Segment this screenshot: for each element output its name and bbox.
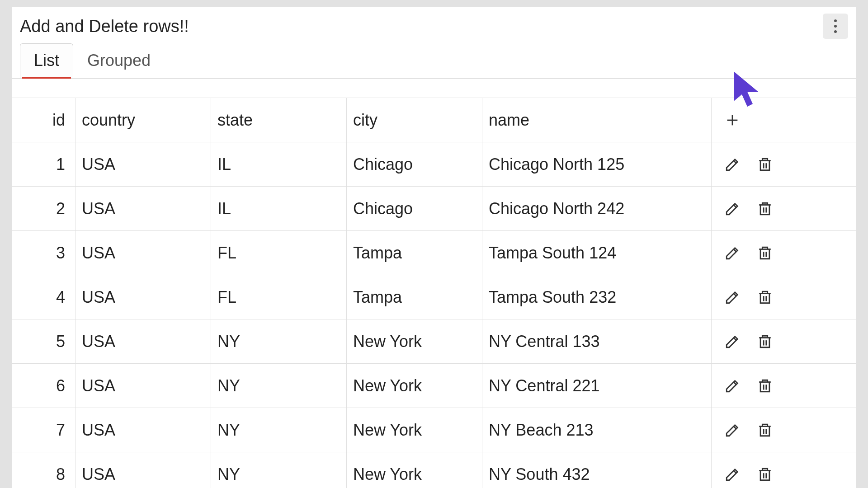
table-row: 8USANYNew YorkNY South 432 — [12, 452, 856, 488]
cell-country: USA — [75, 364, 211, 408]
cell-city: Chicago — [347, 142, 482, 187]
col-header-name[interactable]: name — [482, 98, 712, 142]
table-row: 5USANYNew YorkNY Central 133 — [12, 319, 856, 364]
cell-state: IL — [211, 187, 347, 231]
cell-name: NY Central 133 — [482, 319, 712, 364]
cell-actions — [712, 364, 856, 408]
cell-city: New York — [347, 408, 482, 452]
cell-country: USA — [75, 408, 211, 452]
cell-name: NY Beach 213 — [482, 408, 712, 452]
cell-actions — [712, 408, 856, 452]
cell-state: NY — [211, 408, 347, 452]
delete-row-button[interactable] — [755, 287, 775, 307]
table-row: 2USAILChicagoChicago North 242 — [12, 187, 856, 231]
delete-row-button[interactable] — [755, 465, 775, 484]
cell-name: Tampa South 232 — [482, 275, 712, 319]
edit-row-button[interactable] — [722, 420, 742, 440]
col-header-actions — [712, 98, 856, 142]
trash-icon — [757, 201, 773, 216]
cell-country: USA — [75, 187, 211, 231]
edit-row-button[interactable] — [722, 332, 742, 352]
cell-state: NY — [211, 364, 347, 408]
cell-city: Tampa — [347, 231, 482, 275]
cell-name: Chicago North 242 — [482, 187, 712, 231]
panel-header: Add and Delete rows!! — [12, 7, 856, 43]
cell-city: New York — [347, 319, 482, 364]
cell-actions — [712, 187, 856, 231]
cell-name: NY Central 221 — [482, 364, 712, 408]
cell-city: New York — [347, 364, 482, 408]
pencil-icon — [725, 467, 740, 482]
table-row: 3USAFLTampaTampa South 124 — [12, 231, 856, 275]
data-panel: Add and Delete rows!! List Grouped id co… — [12, 7, 856, 488]
edit-row-button[interactable] — [722, 155, 742, 174]
cell-id: 1 — [12, 142, 75, 187]
cell-city: Chicago — [347, 187, 482, 231]
cell-id: 4 — [12, 275, 75, 319]
cell-id: 7 — [12, 408, 75, 452]
cell-name: Chicago North 125 — [482, 142, 712, 187]
col-header-id[interactable]: id — [12, 98, 75, 142]
cell-city: New York — [347, 452, 482, 488]
edit-row-button[interactable] — [722, 243, 742, 263]
kebab-icon — [834, 18, 837, 34]
pencil-icon — [725, 245, 740, 261]
cell-state: IL — [211, 142, 347, 187]
table-scroll-area[interactable]: id country state city name 1USAILChicago… — [12, 98, 856, 488]
pencil-icon — [725, 378, 740, 394]
cell-state: NY — [211, 319, 347, 364]
cell-id: 8 — [12, 452, 75, 488]
pencil-icon — [725, 334, 740, 349]
col-header-country[interactable]: country — [75, 98, 211, 142]
plus-icon — [725, 113, 740, 128]
edit-row-button[interactable] — [722, 465, 742, 484]
delete-row-button[interactable] — [755, 420, 775, 440]
edit-row-button[interactable] — [722, 287, 742, 307]
data-table: id country state city name 1USAILChicago… — [12, 98, 856, 488]
trash-icon — [757, 157, 773, 172]
trash-icon — [757, 422, 773, 438]
add-row-button[interactable] — [722, 110, 742, 130]
pencil-icon — [725, 290, 740, 305]
pencil-icon — [725, 157, 740, 172]
panel-menu-button[interactable] — [823, 14, 848, 39]
cell-country: USA — [75, 231, 211, 275]
cell-id: 6 — [12, 364, 75, 408]
cell-id: 3 — [12, 231, 75, 275]
trash-icon — [757, 378, 773, 394]
delete-row-button[interactable] — [755, 199, 775, 219]
trash-icon — [757, 245, 773, 261]
cell-actions — [712, 231, 856, 275]
edit-row-button[interactable] — [722, 376, 742, 396]
trash-icon — [757, 290, 773, 305]
cell-country: USA — [75, 275, 211, 319]
pencil-icon — [725, 201, 740, 216]
tab-list[interactable]: List — [20, 43, 73, 78]
cell-actions — [712, 452, 856, 488]
delete-row-button[interactable] — [755, 332, 775, 352]
delete-row-button[interactable] — [755, 243, 775, 263]
col-header-city[interactable]: city — [347, 98, 482, 142]
delete-row-button[interactable] — [755, 376, 775, 396]
pencil-icon — [725, 422, 740, 438]
col-header-state[interactable]: state — [211, 98, 347, 142]
cell-actions — [712, 275, 856, 319]
panel-title: Add and Delete rows!! — [20, 17, 189, 36]
table-row: 7USANYNew YorkNY Beach 213 — [12, 408, 856, 452]
table-header-row: id country state city name — [12, 98, 856, 142]
table-row: 4USAFLTampaTampa South 232 — [12, 275, 856, 319]
cell-actions — [712, 142, 856, 187]
tab-grouped[interactable]: Grouped — [73, 43, 165, 78]
cell-country: USA — [75, 142, 211, 187]
edit-row-button[interactable] — [722, 199, 742, 219]
cell-state: FL — [211, 231, 347, 275]
cell-country: USA — [75, 319, 211, 364]
cell-state: NY — [211, 452, 347, 488]
trash-icon — [757, 467, 773, 482]
table-row: 1USAILChicagoChicago North 125 — [12, 142, 856, 187]
cell-city: Tampa — [347, 275, 482, 319]
cell-name: Tampa South 124 — [482, 231, 712, 275]
cell-id: 5 — [12, 319, 75, 364]
cell-id: 2 — [12, 187, 75, 231]
delete-row-button[interactable] — [755, 155, 775, 174]
